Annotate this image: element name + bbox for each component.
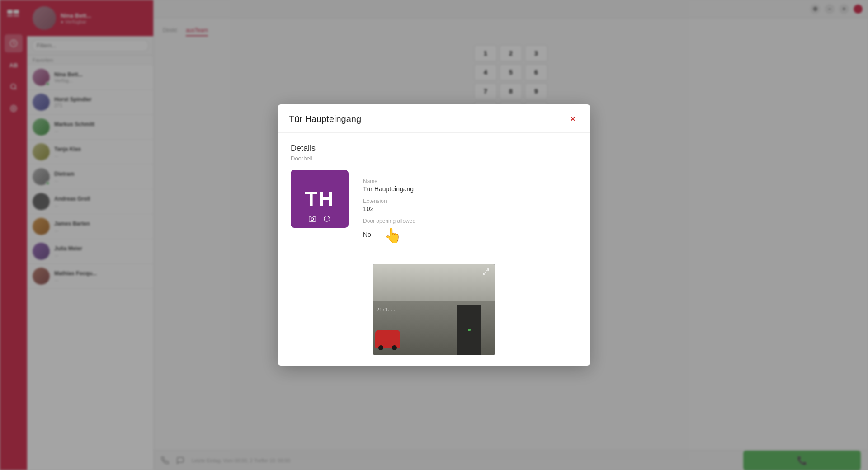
section-title: Details [291, 144, 577, 153]
modal-overlay: Tür Haupteingang × Details Doorbell TH [0, 0, 868, 470]
modal-body: Details Doorbell TH [278, 133, 590, 366]
svg-point-8 [311, 218, 313, 220]
camera-door [457, 305, 481, 355]
camera-preview: 21:1... [373, 264, 495, 355]
contact-avatar-tile: TH [291, 170, 349, 228]
modal-close-button[interactable]: × [566, 113, 579, 125]
section-subtitle: Doorbell [291, 155, 577, 162]
door-opening-value: No [363, 231, 371, 238]
modal-title: Tür Haupteingang [289, 114, 361, 124]
extension-value: 102 [363, 205, 577, 212]
avatar-initials: TH [305, 187, 334, 211]
camera-section: 21:1... [291, 264, 577, 355]
car-wheel-left [378, 345, 383, 350]
detail-fields: Name Tür Haupteingang Extension 102 Door… [363, 170, 577, 244]
refresh-icon[interactable] [323, 215, 330, 224]
modal-dialog: Tür Haupteingang × Details Doorbell TH [278, 104, 590, 366]
modal-header: Tür Haupteingang × [278, 104, 590, 133]
hand-cursor-icon: 👆 [384, 227, 402, 244]
camera-icon[interactable] [309, 215, 316, 224]
car-shape [375, 330, 400, 348]
door-handle [468, 329, 471, 331]
avatar-actions [309, 215, 330, 224]
car-wheel-right [392, 345, 397, 350]
name-label: Name [363, 178, 577, 184]
camera-expand-icon[interactable] [482, 268, 491, 277]
name-value: Tür Haupteingang [363, 185, 577, 193]
camera-image: 21:1... [373, 264, 495, 355]
door-opening-row: No 👆 [363, 225, 577, 244]
door-opening-label: Door opening allowed [363, 218, 577, 224]
camera-timestamp: 21:1... [377, 307, 396, 312]
extension-label: Extension [363, 198, 577, 204]
detail-top: TH [291, 170, 577, 255]
camera-sky [373, 264, 495, 301]
